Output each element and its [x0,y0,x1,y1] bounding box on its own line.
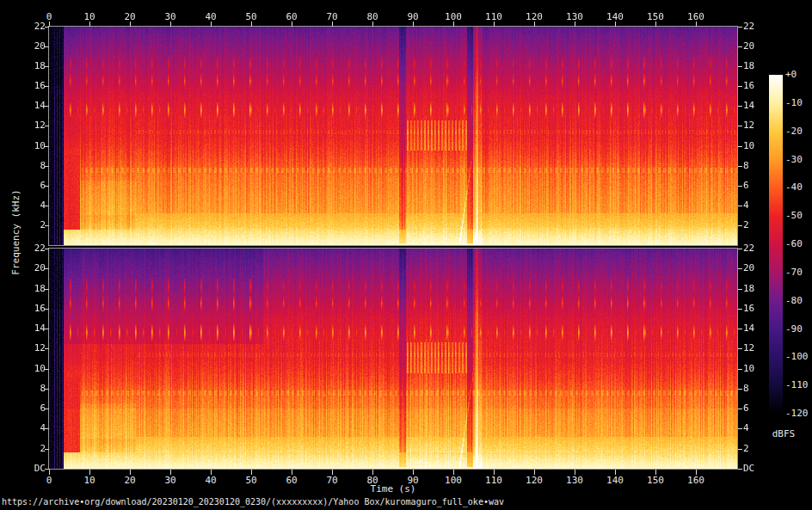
axis-tick-mark [45,225,49,226]
colorbar-tick-label: -30 [785,155,803,165]
freq-tick-label-right: 16 [743,304,754,314]
axis-tick-mark [332,22,333,27]
freq-tick-label-left: 18 [34,61,46,71]
freq-tick-label-left: 10 [34,141,46,151]
axis-tick-mark [89,22,90,27]
axis-tick-mark [45,126,49,126]
time-tick-label-bottom: 150 [647,476,664,486]
time-tick-label-bottom: 10 [83,476,95,486]
time-tick-label-bottom: 60 [286,476,297,486]
time-tick-label-bottom: 40 [205,476,216,486]
axis-tick-mark [292,22,292,27]
freq-tick-label-right: 6 [743,181,749,191]
time-tick-label-bottom: 100 [445,476,462,486]
colorbar-tick-label: -90 [785,324,803,335]
axis-tick-mark [45,249,49,249]
axis-tick-mark [45,449,49,450]
axis-tick-mark [696,22,697,27]
axis-tick-mark [738,309,742,310]
axis-tick-mark [738,225,742,226]
axis-tick-mark [738,268,742,269]
y-axis-title: Frequency (kHz) [10,146,21,318]
axis-tick-mark [738,389,742,390]
axis-tick-mark [738,329,742,329]
colorbar [769,75,783,414]
axis-tick-mark [251,22,252,27]
freq-tick-label-right: 12 [743,120,754,131]
colorbar-tick-label: +0 [785,70,797,80]
axis-tick-mark [738,66,742,67]
axis-tick-mark [45,329,49,329]
axis-tick-mark [130,22,131,27]
axis-tick-mark [494,22,495,27]
axis-tick-mark [45,289,49,290]
axis-tick-mark [45,389,49,390]
freq-tick-label-right: 18 [743,61,754,71]
freq-tick-label-right: 18 [743,284,754,294]
axis-tick-mark [45,348,49,349]
spectrogram-channel-2 [49,249,737,469]
freq-tick-label-right: 10 [743,141,754,151]
freq-tick-label-right: 4 [743,200,749,211]
time-tick-label-bottom: 120 [526,476,543,486]
time-tick-label-bottom: 130 [566,476,583,486]
axis-tick-mark [534,22,535,27]
colorbar-tick-label: -40 [785,182,803,193]
axis-tick-mark [45,409,49,409]
colorbar-tick-label: -80 [785,296,803,306]
source-url-text: https://archive•org/download/20230120_20… [2,496,504,507]
x-axis-title: Time (s) [371,483,416,495]
axis-tick-mark [45,268,49,269]
axis-tick-mark [453,22,454,27]
axis-tick-mark [738,126,742,126]
freq-tick-label-right: 22 [743,22,754,32]
axis-tick-mark [575,22,575,27]
axis-tick-mark [45,186,49,187]
freq-tick-label-left: 16 [34,304,46,314]
colorbar-tick-label: -110 [785,380,809,390]
freq-tick-label-right: 14 [743,323,754,334]
time-tick-label-bottom: 50 [245,476,256,486]
time-tick-label-bottom: 140 [606,476,624,486]
axis-tick-mark [738,166,742,167]
freq-tick-label-left: 20 [34,263,46,273]
axis-tick-mark [45,46,49,47]
time-tick-label-bottom: 0 [46,476,52,486]
axis-tick-mark [45,146,49,147]
axis-tick-mark [738,469,742,470]
axis-tick-mark [738,348,742,349]
freq-tick-label-right: 20 [743,263,754,273]
axis-tick-mark [45,66,49,67]
axis-tick-mark [45,369,49,370]
colorbar-tick-label: -70 [785,267,803,278]
axis-tick-mark [738,86,742,87]
axis-tick-mark [45,86,49,87]
freq-tick-label-left: 16 [34,81,46,91]
time-tick-label-bottom: 20 [124,476,135,486]
freq-tick-label-left: 14 [34,323,46,334]
freq-tick-label-right: 6 [743,403,749,414]
freq-tick-label-right: 22 [743,243,754,254]
colorbar-tick-label: -120 [785,409,809,419]
freq-tick-label-left: 22 [34,243,46,254]
freq-tick-label-left: 12 [34,120,46,131]
axis-tick-mark [372,22,373,27]
freq-tick-label-left: 14 [34,101,46,111]
axis-tick-mark [738,369,742,370]
spectrogram-figure: Frequency (kHz) 001010202030304040505060… [0,0,812,510]
axis-tick-mark [738,46,742,47]
freq-tick-label-right: 8 [743,384,749,394]
colorbar-tick-label: -60 [785,239,803,249]
time-tick-label-bottom: 160 [687,476,704,486]
axis-tick-mark [738,409,742,409]
axis-tick-mark [738,146,742,147]
axis-tick-mark [211,22,212,27]
axis-tick-mark [49,22,50,27]
axis-tick-mark [45,309,49,310]
colorbar-unit-label: dBFS [772,428,796,439]
freq-tick-label-left: 20 [34,41,46,52]
axis-tick-mark [170,22,171,27]
freq-tick-label-right: DC [743,464,754,474]
freq-tick-label-left: 22 [34,22,46,32]
freq-tick-label-left: DC [34,464,46,474]
